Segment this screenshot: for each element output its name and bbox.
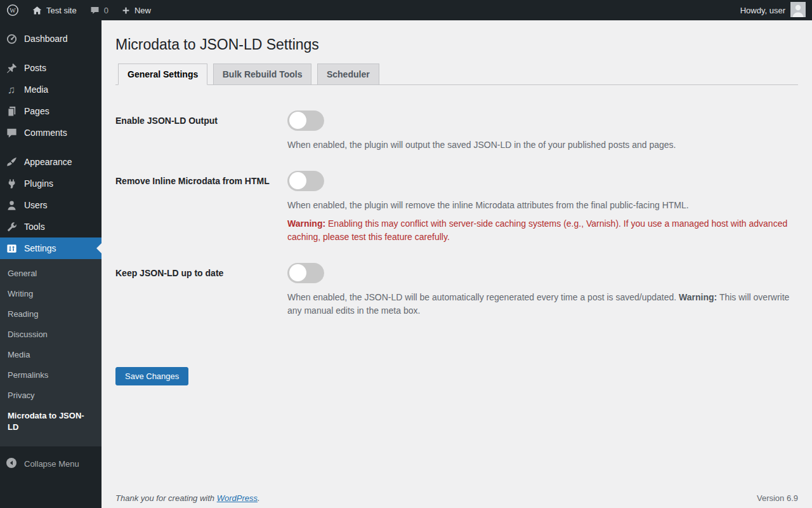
plug-icon xyxy=(5,177,18,190)
wordpress-logo-icon: W xyxy=(6,4,19,17)
setting-row-keep-up-to-date: Keep JSON-LD up to date When enabled, th… xyxy=(115,263,798,318)
setting-label: Keep JSON-LD up to date xyxy=(115,263,287,318)
main-content: Microdata to JSON-LD Settings General Se… xyxy=(102,20,812,508)
sidebar-item-users[interactable]: Users xyxy=(0,194,102,216)
thanks-prefix: Thank you for creating with xyxy=(115,493,217,503)
comment-bubble-icon xyxy=(89,5,100,16)
setting-warning: Warning: Enabling this may conflict with… xyxy=(287,217,798,244)
collapse-menu-button[interactable]: Collapse Menu xyxy=(0,453,102,474)
howdy-text: Howdy, user xyxy=(740,6,785,15)
comment-count: 0 xyxy=(104,6,108,15)
settings-form: Enable JSON-LD Output When enabled, the … xyxy=(115,110,798,318)
setting-description: When enabled, the plugin will remove the… xyxy=(287,199,798,212)
sidebar-item-label: Users xyxy=(24,200,48,210)
tab-bulk-rebuild-tools[interactable]: Bulk Rebuild Tools xyxy=(213,64,312,84)
enable-jsonld-toggle[interactable] xyxy=(287,110,324,131)
warning-text: Enabling this may conflict with server-s… xyxy=(287,218,787,242)
comments-menu[interactable]: 0 xyxy=(83,0,115,20)
dashboard-icon xyxy=(5,32,18,45)
thanks-suffix: . xyxy=(258,493,260,503)
settings-submenu: General Writing Reading Discussion Media… xyxy=(0,259,102,446)
new-label: New xyxy=(134,6,151,15)
current-menu-arrow xyxy=(91,243,102,253)
wrench-icon xyxy=(5,220,18,233)
collapse-menu-label: Collapse Menu xyxy=(24,459,79,469)
sidebar-item-label: Dashboard xyxy=(24,34,68,44)
pages-icon xyxy=(5,105,18,117)
submenu-item-privacy[interactable]: Privacy xyxy=(0,385,102,406)
warning-label: Warning: xyxy=(287,218,325,229)
sidebar-item-plugins[interactable]: Plugins xyxy=(0,173,102,194)
toggle-knob xyxy=(289,112,306,129)
setting-label: Remove Inline Microdata from HTML xyxy=(115,171,287,244)
home-icon xyxy=(32,5,43,16)
music-note-icon: ♫ xyxy=(5,83,18,96)
wordpress-logo-menu[interactable]: W xyxy=(0,0,25,20)
setting-description: When enabled, the plugin will output the… xyxy=(287,138,798,152)
submenu-item-reading[interactable]: Reading xyxy=(0,304,102,324)
sidebar-item-label: Pages xyxy=(24,106,49,116)
paintbrush-icon xyxy=(5,156,18,168)
description-text: When enabled, the JSON-LD will be automa… xyxy=(287,292,679,302)
wordpress-link[interactable]: WordPress xyxy=(217,493,258,503)
avatar xyxy=(790,2,806,19)
sidebar-item-label: Tools xyxy=(24,222,45,232)
sidebar-item-appearance[interactable]: Appearance xyxy=(0,151,102,173)
sidebar-item-label: Plugins xyxy=(24,178,53,189)
remove-microdata-toggle[interactable] xyxy=(287,171,324,191)
sidebar-item-media[interactable]: ♫ Media xyxy=(0,79,102,100)
comments-icon xyxy=(5,126,18,139)
sidebar-item-label: Comments xyxy=(24,128,67,138)
save-changes-button[interactable]: Save Changes xyxy=(115,367,188,385)
svg-text:W: W xyxy=(10,7,16,14)
new-menu[interactable]: New xyxy=(115,0,157,20)
sidebar-item-settings[interactable]: Settings xyxy=(0,237,102,259)
keep-up-to-date-toggle[interactable] xyxy=(287,263,324,283)
site-name-menu[interactable]: Test site xyxy=(25,0,83,20)
sidebar-item-label: Posts xyxy=(24,63,46,73)
tab-bar: General Settings Bulk Rebuild Tools Sche… xyxy=(115,64,798,85)
tab-general-settings[interactable]: General Settings xyxy=(118,64,207,85)
submenu-item-writing[interactable]: Writing xyxy=(0,284,102,304)
sidebar-item-tools[interactable]: Tools xyxy=(0,216,102,237)
settings-sliders-icon xyxy=(5,242,18,255)
sidebar-item-label: Settings xyxy=(24,243,56,253)
toggle-knob xyxy=(289,264,306,281)
submenu-item-general[interactable]: General xyxy=(0,264,102,284)
sidebar-item-comments[interactable]: Comments xyxy=(0,122,102,144)
menu-separator xyxy=(0,144,102,151)
setting-description: When enabled, the JSON-LD will be automa… xyxy=(287,291,798,318)
submenu-item-microdata-to-json-ld[interactable]: Microdata to JSON-LD xyxy=(0,406,102,438)
tab-scheduler[interactable]: Scheduler xyxy=(317,64,379,84)
sidebar-item-label: Media xyxy=(24,84,48,95)
footer-version: Version 6.9 xyxy=(757,493,798,503)
sidebar-item-posts[interactable]: Posts xyxy=(0,57,102,79)
collapse-arrow-icon xyxy=(5,457,18,471)
pushpin-icon xyxy=(5,62,18,74)
submenu-item-permalinks[interactable]: Permalinks xyxy=(0,365,102,385)
setting-row-enable-jsonld: Enable JSON-LD Output When enabled, the … xyxy=(115,110,798,152)
submenu-item-discussion[interactable]: Discussion xyxy=(0,324,102,345)
page-title: Microdata to JSON-LD Settings xyxy=(115,27,798,57)
site-name: Test site xyxy=(46,6,77,15)
my-account-menu[interactable]: Howdy, user xyxy=(740,2,806,19)
admin-footer: Thank you for creating with WordPress. V… xyxy=(115,493,798,503)
admin-sidebar: Dashboard Posts ♫ Media Pages xyxy=(0,20,102,508)
inline-warning-label: Warning: xyxy=(679,292,717,302)
setting-label: Enable JSON-LD Output xyxy=(115,110,287,152)
admin-bar: W Test site 0 xyxy=(0,0,812,20)
menu-separator xyxy=(0,50,102,57)
submenu-item-media[interactable]: Media xyxy=(0,345,102,365)
sidebar-item-dashboard[interactable]: Dashboard xyxy=(0,28,102,50)
user-icon xyxy=(5,199,18,211)
sidebar-item-label: Appearance xyxy=(24,157,72,167)
plus-icon xyxy=(121,6,131,15)
footer-thanks: Thank you for creating with WordPress. xyxy=(115,493,260,503)
toggle-knob xyxy=(289,172,306,189)
sidebar-item-pages[interactable]: Pages xyxy=(0,100,102,122)
setting-row-remove-microdata: Remove Inline Microdata from HTML When e… xyxy=(115,171,798,244)
